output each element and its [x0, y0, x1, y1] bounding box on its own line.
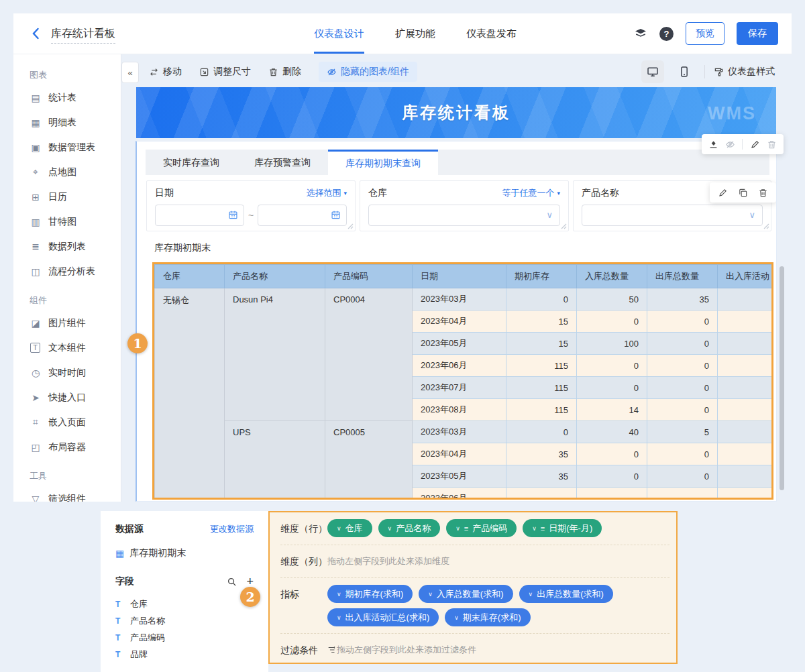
metric-chip[interactable]: ∨出库总数量(求和): [519, 585, 613, 603]
sidebar-item-label: 数据列表: [48, 241, 86, 253]
sidebar-divider: [121, 54, 121, 502]
sidebar-item[interactable]: ◪图片组件: [30, 311, 121, 335]
column-header[interactable]: 出入库活动: [718, 265, 772, 288]
dashboard-tab[interactable]: 库存预警查询: [237, 150, 328, 175]
edit-pencil-icon[interactable]: [718, 188, 728, 198]
resize-handle-icon[interactable]: [561, 223, 567, 229]
text-field-icon: T: [115, 633, 123, 642]
hidden-charts-button[interactable]: 隐藏的图表/组件: [319, 62, 417, 82]
preview-button[interactable]: 预览: [686, 22, 724, 45]
sidebar-item[interactable]: ≣数据列表: [30, 234, 121, 259]
config-row-columns[interactable]: 维度（列） 拖动左侧字段到此处来添加维度: [280, 545, 669, 578]
chip-label: 产品名称: [396, 522, 431, 535]
resize-handle-icon[interactable]: [763, 223, 769, 229]
column-header[interactable]: 产品编码: [325, 265, 413, 288]
field-item[interactable]: T产品编码: [115, 629, 254, 646]
eye-off-icon[interactable]: [725, 139, 735, 150]
delete-button[interactable]: 删除: [268, 66, 301, 78]
metric-chip[interactable]: ∨入库总数量(求和): [419, 585, 513, 603]
date-start-input[interactable]: [155, 205, 244, 226]
filter-operator-dropdown[interactable]: 选择范围 ▾: [306, 187, 347, 199]
layers-icon[interactable]: [634, 27, 647, 40]
sidebar-item[interactable]: T文本组件: [30, 335, 121, 360]
dimension-chip[interactable]: ∨产品名称: [378, 519, 441, 537]
save-button[interactable]: 保存: [737, 22, 778, 45]
desktop-view-button[interactable]: [641, 60, 664, 83]
chevron-down-icon: ∨: [454, 614, 459, 621]
add-field-icon[interactable]: +: [246, 575, 254, 587]
filter-operator-dropdown[interactable]: 等于任意一个 ▾: [502, 187, 560, 199]
header-tab[interactable]: 仪表盘设计: [314, 13, 364, 54]
header-tab[interactable]: 扩展功能: [395, 13, 435, 54]
table-icon: ▦: [115, 548, 124, 559]
filter-card-product[interactable]: 产品名称 等于 ∨: [573, 180, 771, 231]
sidebar-item[interactable]: ◰布局容器: [30, 435, 121, 459]
page-title[interactable]: 库存统计看板: [51, 27, 115, 44]
trash-icon[interactable]: [758, 188, 768, 198]
warehouse-select[interactable]: ∨: [368, 205, 560, 226]
filter-card-warehouse[interactable]: 仓库 等于任意一个 ▾ ∨: [360, 180, 569, 231]
sidebar-item[interactable]: ◫流程分析表: [30, 259, 121, 284]
column-header[interactable]: 期初库存: [506, 265, 577, 288]
dashboard-banner[interactable]: 库存统计看板 WMS: [136, 87, 776, 138]
dashboard-style-button[interactable]: 仪表盘样式: [714, 66, 775, 78]
resize-handle-icon[interactable]: [347, 223, 354, 229]
sidebar-item-label: 文本组件: [48, 342, 86, 354]
config-row-filters[interactable]: 过滤条件 拖动左侧字段到此处来添加过滤条件: [280, 634, 669, 664]
datasource-item[interactable]: ▦ 库存期初期末: [115, 547, 254, 559]
product-select[interactable]: ∨: [582, 205, 763, 226]
chevron-down-icon: ∨: [749, 210, 755, 220]
sidebar-item[interactable]: ⌖点地图: [30, 160, 121, 184]
metric-chip[interactable]: ∨期初库存(求和): [327, 585, 413, 603]
filter-card-date[interactable]: 日期 选择范围 ▾ ~: [146, 180, 356, 231]
sidebar-item[interactable]: ⌗嵌入页面: [30, 410, 121, 435]
trash-icon[interactable]: [767, 139, 777, 150]
sidebar-item[interactable]: ▤统计表: [30, 85, 121, 110]
vertical-scrollbar[interactable]: [780, 266, 784, 490]
header-tab[interactable]: 仪表盘发布: [466, 13, 517, 54]
sidebar-item[interactable]: ▣数据管理表: [30, 135, 121, 160]
field-item[interactable]: T品牌: [115, 646, 254, 663]
column-header[interactable]: 日期: [413, 265, 506, 288]
dimension-chip[interactable]: ∨仓库: [327, 519, 372, 537]
sidebar-item[interactable]: ▥甘特图: [30, 209, 121, 234]
sidebar-item[interactable]: ⊞日历: [30, 184, 121, 209]
mobile-view-button[interactable]: [673, 60, 696, 83]
value-cell: 115: [506, 377, 577, 399]
chevron-down-icon: ∨: [428, 591, 433, 598]
field-item[interactable]: T仓库: [115, 596, 254, 612]
move-button[interactable]: 移动: [149, 66, 182, 78]
back-button[interactable]: [28, 25, 44, 42]
dimension-chip[interactable]: ∨≡产品编码: [446, 519, 517, 537]
resize-button[interactable]: 调整尺寸: [199, 66, 251, 78]
column-header[interactable]: 出库总数量: [647, 265, 718, 288]
help-icon[interactable]: ?: [659, 27, 674, 41]
table-row[interactable]: UPSCP00052023年03月0405: [155, 421, 772, 443]
column-header[interactable]: 仓库: [155, 265, 225, 288]
copy-icon[interactable]: [738, 188, 748, 198]
dashboard-tab[interactable]: 库存期初期末查询: [328, 150, 438, 175]
change-datasource-link[interactable]: 更改数据源: [210, 523, 254, 535]
search-icon[interactable]: [227, 577, 237, 587]
dimension-chip[interactable]: ∨≡日期(年-月): [523, 519, 602, 537]
sidebar-item[interactable]: ▦明细表: [30, 110, 121, 135]
column-header[interactable]: 入库总数量: [577, 265, 647, 288]
edit-pencil-icon[interactable]: [750, 139, 760, 150]
pivot-table-selection[interactable]: 仓库产品名称产品编码日期期初库存入库总数量出库总数量出入库活动无锡仓Dusun …: [152, 262, 773, 500]
metric-chip[interactable]: ∨期末库存(求和): [445, 608, 530, 626]
sidebar-item[interactable]: ◷实时时间: [30, 360, 121, 385]
dashboard-tab[interactable]: 实时库存查询: [146, 150, 237, 175]
top-header: 库存统计看板 仪表盘设计扩展功能仪表盘发布 ? 预览 保存: [13, 13, 792, 54]
column-header[interactable]: 产品名称: [225, 265, 325, 288]
metric-chip[interactable]: ∨出入库活动汇总(求和): [327, 608, 439, 626]
sidebar-item[interactable]: ➤快捷入口: [30, 385, 121, 410]
date-end-input[interactable]: [258, 205, 347, 226]
sidebar-item[interactable]: ▽筛选组件: [30, 486, 121, 502]
gantt-icon: ▥: [30, 217, 42, 227]
table-row[interactable]: 无锡仓Dusun Pi4CP00042023年03月05035: [155, 288, 772, 311]
field-item[interactable]: T产品名称: [115, 612, 254, 629]
collapse-sidebar-button[interactable]: «: [121, 62, 139, 83]
value-cell: 0: [647, 355, 718, 377]
value-cell: 0: [506, 421, 577, 443]
format-paint-icon[interactable]: [708, 139, 718, 150]
